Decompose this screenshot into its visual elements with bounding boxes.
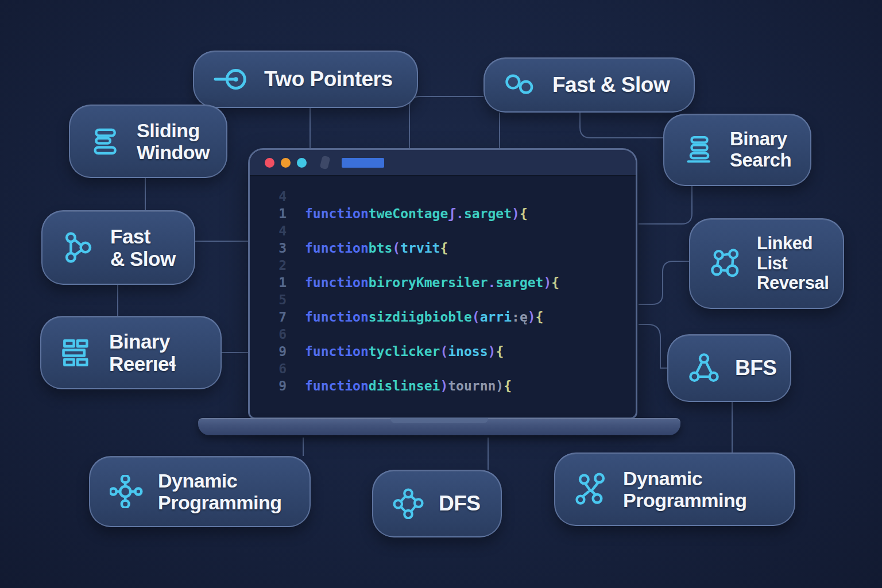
line-number: 6	[269, 361, 287, 376]
badge-linked-list-reversal: LinkedListReversal	[689, 218, 844, 309]
code-line: 4	[269, 188, 636, 205]
code-token: )	[512, 206, 520, 221]
code-line: 2	[269, 257, 636, 274]
badge-label-line: Linked	[757, 234, 829, 254]
diamond-nodes-icon	[393, 488, 424, 519]
code-token: :ę	[512, 310, 528, 324]
stacked-bars-icon	[90, 125, 122, 157]
badge-label: Two Pointers	[264, 67, 393, 91]
pencil-smudge-icon	[320, 156, 331, 170]
code-token: {	[536, 310, 544, 324]
badge-label: DFS	[439, 492, 481, 515]
binary-grid-icon	[61, 336, 94, 369]
code-token: function	[305, 310, 369, 324]
code-token: dislinsei	[369, 378, 440, 393]
badge-label-line: Binary	[109, 330, 176, 353]
illustration-canvas: 41function tweContageʃ.sarget) {43functi…	[0, 0, 882, 588]
code-token: arri	[480, 310, 512, 324]
traffic-light-amber-icon	[281, 158, 291, 168]
code-line: 5	[269, 291, 636, 308]
code-token: (	[440, 344, 448, 359]
laptop-notch	[390, 418, 488, 423]
line-number: 9	[269, 378, 287, 393]
badge-two-pointers: Two Pointers	[193, 51, 418, 108]
code-token: function	[305, 275, 369, 290]
badge-label: BinarySearch	[730, 129, 791, 171]
triangle-nodes-line-icon	[62, 231, 95, 264]
stacked-bars-underline-icon	[684, 134, 715, 165]
line-number: 9	[269, 344, 287, 359]
badge-label: SlidingWindow	[137, 119, 210, 163]
line-number: 5	[269, 292, 287, 307]
line-number: 7	[269, 310, 287, 324]
badge-label-line: Two Pointers	[264, 67, 393, 91]
code-token: sizdiigbioble	[369, 310, 472, 324]
badge-sliding-window: SlidingWindow	[69, 105, 227, 178]
code-token: {	[551, 275, 559, 290]
code-token: function	[305, 378, 369, 393]
badge-label-line: List	[757, 254, 829, 274]
code-line: 4	[269, 222, 636, 239]
line-number: 6	[269, 327, 287, 342]
badge-label: BinaryReerıeɬ	[109, 330, 176, 375]
badge-label: Fast& Slow	[110, 225, 176, 270]
badge-label: DynamicProgramming	[158, 470, 282, 513]
badge-label-line: Programming	[623, 489, 747, 511]
code-token: function	[305, 206, 369, 221]
window-titlebar	[250, 150, 636, 176]
line-number: 2	[269, 258, 287, 273]
traffic-light-red-icon	[265, 158, 274, 168]
badge-label-line: Dynamic	[158, 470, 282, 492]
code-token: biroryKmersiler	[369, 275, 488, 290]
badge-label-line: Dynamic	[623, 467, 747, 489]
badge-label-line: Window	[137, 141, 210, 163]
badge-label-line: Binary	[730, 129, 791, 150]
badge-label-line: & Slow	[110, 247, 176, 270]
code-editor: 41function tweContageʃ.sarget) {43functi…	[250, 176, 636, 394]
badge-dp-left: DynamicProgramming	[89, 456, 311, 527]
badge-label-line: Reerıeɬ	[109, 353, 176, 375]
badge-label: LinkedListReversal	[757, 234, 829, 293]
code-token: {	[496, 344, 504, 359]
window-tab	[342, 158, 384, 168]
zigzag-nodes-icon	[575, 473, 608, 506]
code-token: tournn	[448, 378, 496, 393]
code-token: sarget	[496, 275, 543, 290]
code-token: )	[496, 378, 504, 393]
code-token: bts	[369, 241, 393, 256]
badge-label-line: Search	[730, 150, 791, 171]
line-number: 4	[269, 189, 287, 204]
code-line: 7function sizdiigbioble(arri:ę) {	[269, 308, 636, 326]
plus-nodes-icon	[110, 475, 143, 508]
code-token: .	[488, 275, 496, 290]
badge-binary-reer: BinaryReerıeɬ	[40, 316, 222, 389]
two-circles-icon	[504, 68, 537, 102]
badge-label: DynamicProgramming	[623, 467, 747, 511]
badge-label-line: Fast	[110, 225, 176, 247]
code-line: 9function dislinsei)tournn) {	[269, 377, 636, 394]
code-line: 1function tweContageʃ.sarget) {	[269, 205, 636, 222]
code-token: tweContage	[369, 206, 448, 221]
badge-label-line: Sliding	[137, 119, 210, 141]
code-line: 9function tyclicker(inoss) {	[269, 343, 636, 360]
code-token: ʃ.	[448, 206, 464, 221]
code-token: )	[440, 378, 448, 393]
code-line: 6	[269, 326, 636, 343]
code-token: function	[305, 344, 369, 359]
badge-bfs: BFS	[667, 334, 791, 402]
code-line: 1function biroryKmersiler.sarget) {	[269, 274, 636, 291]
code-line: 6	[269, 360, 636, 377]
square-nodes-icon	[710, 247, 742, 280]
line-number: 4	[269, 223, 287, 238]
badge-label: Fast & Slow	[552, 73, 670, 96]
triangle-nodes-icon	[688, 352, 720, 384]
traffic-light-cyan-icon	[297, 158, 307, 168]
badge-label-line: DFS	[439, 492, 481, 515]
line-number: 3	[269, 241, 287, 256]
pointer-circle-icon	[214, 61, 249, 97]
code-token: trvit	[400, 241, 440, 256]
code-token: {	[504, 378, 512, 393]
laptop-screen: 41function tweContageʃ.sarget) {43functi…	[248, 148, 637, 419]
badge-fast-slow-top: Fast & Slow	[483, 57, 695, 113]
laptop-base	[198, 418, 680, 435]
